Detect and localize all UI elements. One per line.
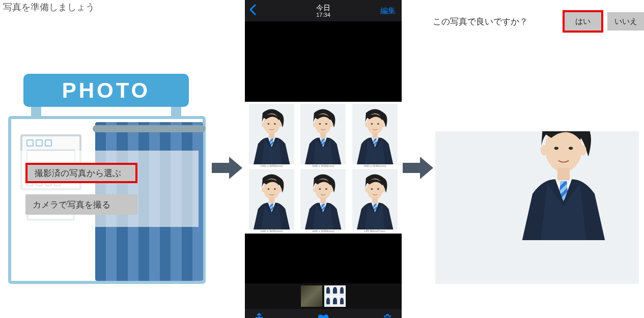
cell-caption: H40 x W30(mm) xyxy=(249,229,294,233)
confirm-question: この写真で良いですか？ xyxy=(433,16,558,27)
select-from-library-button[interactable]: 撮影済の写真から選ぶ xyxy=(25,163,137,183)
photo-picker-panel: 今日 17:34 編集 H40 x W30(mm) H40 x W30(mm) … xyxy=(245,0,402,315)
thumbnail-strip[interactable] xyxy=(245,283,402,309)
id-photo-cell xyxy=(352,169,398,229)
sheet-caption: L判 89x127mm xyxy=(352,229,398,233)
confirm-no-label: いいえ xyxy=(614,17,637,26)
id-photo-cell xyxy=(352,104,398,164)
selected-photo-preview xyxy=(435,131,639,284)
id-photo-sheet[interactable]: H40 x W30(mm) H40 x W30(mm) H40 x W30(mm… xyxy=(245,102,402,234)
select-from-library-label: 撮影済の写真から選ぶ xyxy=(35,167,121,179)
take-with-camera-label: カメラで写真を撮る xyxy=(33,199,110,211)
arrow-right-icon xyxy=(212,156,242,180)
share-icon[interactable] xyxy=(254,313,264,318)
cell-caption: H40 x W30(mm) xyxy=(300,229,346,233)
step1-title: 写真を準備しましょう xyxy=(3,1,95,13)
picker-black-area-top xyxy=(245,21,402,102)
cell-caption: H40 x W30(mm) xyxy=(352,164,398,168)
cell-caption: H40 x W30(mm) xyxy=(249,164,294,168)
thumbnail-item[interactable] xyxy=(301,285,322,307)
picker-black-area-mid xyxy=(245,234,402,283)
cell-caption: H40 x W30(mm) xyxy=(300,164,346,168)
id-photo-cell xyxy=(300,104,346,164)
arrow-right-icon xyxy=(403,156,433,180)
booth-sign-text: PHOTO xyxy=(23,74,189,107)
id-photo-cell xyxy=(300,169,346,229)
id-photo-cell xyxy=(249,169,294,229)
photo-source-overlay: 撮影済の写真から選ぶ カメラで写真を撮る xyxy=(12,151,199,227)
picker-toolbar xyxy=(245,309,402,318)
picker-header-time: 17:34 xyxy=(316,12,330,18)
confirm-yes-label: はい xyxy=(575,17,591,26)
edit-button[interactable]: 編集 xyxy=(380,6,396,16)
back-chevron-icon[interactable] xyxy=(249,4,256,18)
confirm-yes-button[interactable]: はい xyxy=(565,12,601,31)
thumbnail-item[interactable] xyxy=(324,285,346,307)
take-with-camera-button[interactable]: カメラで写真を撮る xyxy=(25,194,137,215)
confirm-no-button[interactable]: いいえ xyxy=(607,12,644,31)
trash-icon[interactable] xyxy=(382,313,393,318)
step1-panel: 写真を準備しましょう PHOTO 撮影済の写真から選ぶ カメラで写真を撮る xyxy=(0,0,214,315)
picker-header-title: 今日 xyxy=(316,4,330,12)
confirm-panel: この写真で良いですか？ はい いいえ xyxy=(433,0,644,315)
picker-header: 今日 17:34 編集 xyxy=(245,0,402,21)
favorite-heart-icon[interactable] xyxy=(317,313,329,318)
id-photo-cell xyxy=(249,104,294,164)
